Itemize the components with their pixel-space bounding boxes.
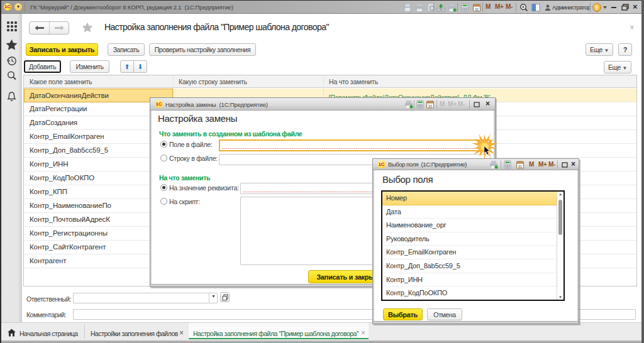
- svg-text:31: 31: [428, 104, 432, 108]
- svg-text:31: 31: [518, 165, 522, 168]
- svg-text:31: 31: [475, 8, 479, 11]
